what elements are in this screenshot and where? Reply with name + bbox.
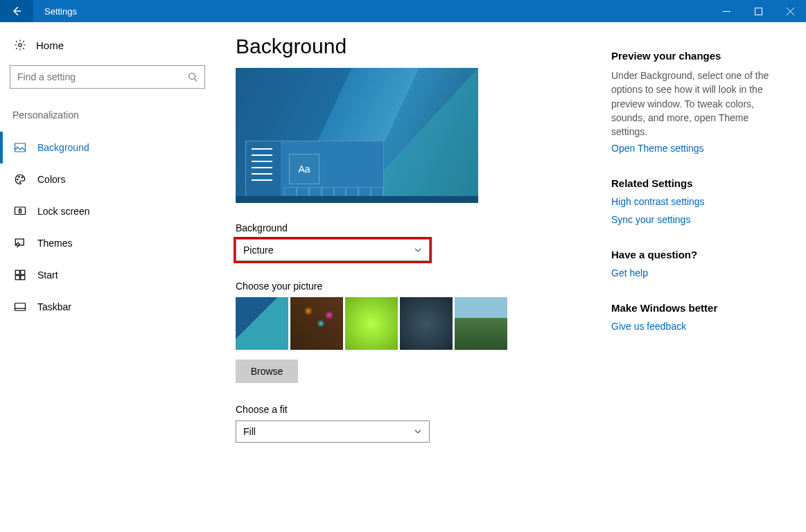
svg-line-4 bbox=[195, 79, 198, 82]
sidebar-item-label: Background bbox=[37, 142, 89, 153]
dropdown-value: Fill bbox=[243, 426, 256, 437]
make-windows-better-heading: Make Windows better bbox=[611, 302, 780, 314]
sidebar: Home Personalization Background Colors L… bbox=[0, 35, 215, 532]
svg-rect-12 bbox=[15, 270, 19, 274]
sidebar-item-background[interactable]: Background bbox=[0, 132, 215, 163]
chevron-down-icon bbox=[414, 427, 422, 436]
start-icon bbox=[14, 269, 26, 281]
gear-icon bbox=[14, 39, 26, 51]
palette-icon bbox=[14, 173, 26, 186]
sync-settings-link[interactable]: Sync your settings bbox=[611, 214, 780, 225]
maximize-button[interactable] bbox=[742, 0, 774, 22]
have-question-heading: Have a question? bbox=[611, 249, 780, 260]
page-title: Background bbox=[236, 35, 582, 58]
background-label: Background bbox=[236, 222, 582, 233]
home-link[interactable]: Home bbox=[10, 35, 205, 65]
high-contrast-link[interactable]: High contrast settings bbox=[611, 196, 780, 207]
close-button[interactable] bbox=[774, 0, 806, 22]
picture-thumb[interactable] bbox=[236, 297, 288, 350]
titlebar: Settings bbox=[0, 0, 806, 22]
svg-rect-15 bbox=[21, 276, 25, 280]
svg-rect-10 bbox=[19, 211, 21, 213]
picture-thumb[interactable] bbox=[345, 297, 398, 350]
preview-changes-heading: Preview your changes bbox=[611, 50, 780, 62]
section-title: Personalization bbox=[10, 109, 205, 132]
svg-rect-14 bbox=[15, 276, 19, 280]
taskbar-icon bbox=[14, 301, 26, 313]
picture-thumb[interactable] bbox=[455, 297, 507, 350]
sidebar-item-start[interactable]: Start bbox=[0, 259, 215, 291]
maximize-icon bbox=[755, 8, 762, 15]
svg-rect-13 bbox=[21, 270, 25, 274]
search-input[interactable] bbox=[17, 71, 188, 82]
sidebar-item-lockscreen[interactable]: Lock screen bbox=[0, 195, 215, 227]
svg-point-3 bbox=[189, 73, 195, 80]
sidebar-item-label: Lock screen bbox=[37, 206, 89, 217]
arrow-left-icon bbox=[11, 6, 22, 17]
related-settings-heading: Related Settings bbox=[611, 177, 780, 189]
lockscreen-icon bbox=[14, 205, 26, 218]
sidebar-item-label: Start bbox=[37, 269, 58, 281]
svg-point-7 bbox=[19, 177, 20, 178]
background-dropdown[interactable]: Picture bbox=[236, 239, 430, 261]
get-help-link[interactable]: Get help bbox=[611, 267, 780, 278]
chevron-down-icon bbox=[414, 246, 422, 254]
window-controls bbox=[710, 0, 806, 22]
fit-dropdown[interactable]: Fill bbox=[236, 420, 430, 443]
minimize-icon bbox=[723, 8, 730, 15]
svg-rect-9 bbox=[15, 207, 26, 215]
search-icon bbox=[188, 72, 198, 82]
sidebar-item-themes[interactable]: Themes bbox=[0, 227, 215, 259]
sidebar-item-taskbar[interactable]: Taskbar bbox=[0, 291, 215, 323]
picture-thumbs bbox=[236, 297, 582, 350]
svg-point-2 bbox=[19, 44, 22, 47]
sidebar-item-label: Themes bbox=[37, 238, 73, 249]
minimize-button[interactable] bbox=[710, 0, 742, 22]
preview-sample-text: Aa bbox=[289, 154, 319, 184]
svg-rect-16 bbox=[15, 303, 26, 311]
preview-changes-body: Under Background, select one of the opti… bbox=[611, 69, 780, 139]
search-box[interactable] bbox=[10, 65, 205, 89]
sidebar-item-label: Colors bbox=[37, 174, 65, 185]
open-theme-settings-link[interactable]: Open Theme settings bbox=[611, 143, 780, 154]
fit-label: Choose a fit bbox=[236, 404, 582, 415]
picture-icon bbox=[14, 141, 26, 154]
dropdown-value: Picture bbox=[243, 245, 274, 256]
close-icon bbox=[787, 8, 794, 15]
preview-window: Aa bbox=[236, 68, 478, 203]
svg-point-6 bbox=[17, 179, 19, 180]
choose-picture-label: Choose your picture bbox=[236, 281, 582, 292]
sidebar-item-colors[interactable]: Colors bbox=[0, 163, 215, 195]
main-pane: Background Aa Background Picture Choose … bbox=[215, 35, 603, 532]
home-label: Home bbox=[36, 39, 64, 51]
window-title: Settings bbox=[33, 6, 77, 17]
picture-thumb[interactable] bbox=[290, 297, 343, 350]
themes-icon bbox=[14, 237, 26, 249]
browse-button[interactable]: Browse bbox=[236, 360, 298, 383]
right-pane: Preview your changes Under Background, s… bbox=[603, 35, 797, 532]
svg-point-8 bbox=[21, 177, 23, 178]
back-button[interactable] bbox=[0, 0, 33, 22]
sidebar-item-label: Taskbar bbox=[37, 301, 71, 312]
svg-rect-1 bbox=[755, 8, 762, 15]
feedback-link[interactable]: Give us feedback bbox=[611, 321, 780, 332]
picture-thumb[interactable] bbox=[400, 297, 453, 350]
